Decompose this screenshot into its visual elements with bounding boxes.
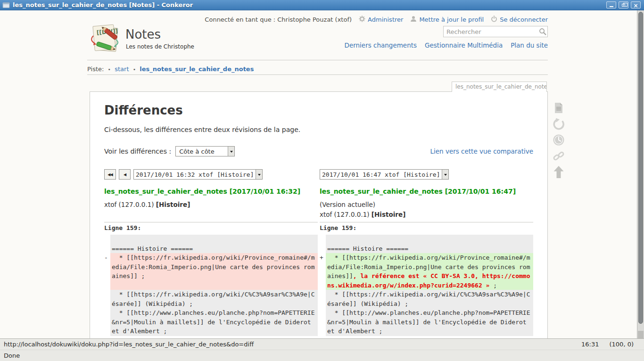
breadcrumb-item-start[interactable]: start [115,66,129,73]
diff-view-row: Voir les différences : Côte à côte Lien … [104,146,533,156]
breadcrumb: Piste: • start • les_notes_sur_le_cahier… [87,66,548,73]
breadcrumb-separator: • [133,66,136,73]
left-deleted-text: * [[https://fr.wikipedia.org/wiki/Provin… [110,253,318,290]
revision-nav-row: ◀◀ ◀ 2017/10/01 16:32 xtof [Histoire] 20… [104,169,533,180]
diff-intro: Ci-dessous, les différences entre deux r… [104,126,533,133]
right-author: xtof (127.0.0.1) [320,211,372,218]
previous-revision-button[interactable]: ◀ [119,169,131,180]
scrollbar-track-end [638,331,644,338]
right-context-before: ====== Histoire ====== [326,235,533,253]
deleted-marker: - [104,253,110,290]
gear-icon [359,16,365,24]
clock-icon [553,134,565,148]
status-url: http://localhost/dokuwiki/doku.php?id=le… [4,341,581,348]
window-titlebar: les_notes_sur_le_cahier_de_notes [Notes]… [0,0,644,10]
dokuwiki-logo[interactable]: [[DW]] [88,24,123,55]
right-history-label: [Histoire] [372,211,405,218]
right-revision-select[interactable]: 2017/10/01 16:47 xtof [Histoire] [320,169,449,180]
diff-gutter [320,235,326,253]
divider [87,60,548,60]
view-differences-label: Voir les différences : [104,148,171,155]
right-context-after: * [[https://fr.wikipedia.org/wiki/C%C3%A… [326,290,533,336]
admin-link[interactable]: Administrer [359,16,403,24]
backlinks-button[interactable] [553,151,565,163]
diff-right-header: les_notes_sur_le_cahier_de_notes [2017/1… [320,186,533,222]
search-icon[interactable] [538,28,547,35]
left-context-after: * [[https://fr.wikipedia.org/wiki/C%C3%A… [110,290,318,336]
diff-view-select-value: Côte à côte [176,148,228,155]
sitemap-link[interactable]: Plan du site [511,41,548,49]
left-revision-select[interactable]: 2017/10/01 16:32 xtof [Histoire] [133,169,263,180]
scrollbar-thumb[interactable] [638,12,643,324]
left-revision-select-value: 2017/10/01 16:32 xtof [Histoire] [134,171,256,178]
diff-row: ====== Histoire ====== [104,235,318,253]
inserted-tail: ; [489,282,497,289]
logout-link[interactable]: Se déconnecter [491,16,548,24]
breadcrumb-item-current[interactable]: les_notes_sur_le_cahier_de_notes [140,66,254,73]
left-history-label: [Histoire] [156,201,190,208]
back-to-top-button[interactable] [553,167,565,179]
right-current-note: (Version actuelle) [320,201,533,208]
minimize-button[interactable] [606,1,616,8]
minibuffer-url-row: http://localhost/dokuwiki/doku.php?id=le… [0,339,644,350]
diff-row: * [[https://fr.wikipedia.org/wiki/C%C3%A… [320,290,533,336]
diff-row-deleted: - * [[https://fr.wikipedia.org/wiki/Prov… [104,253,318,290]
status-clock: 16:31 [581,341,599,348]
diff-view-select[interactable]: Côte à côte [175,146,235,156]
page-name-tab: les_notes_sur_le_cahier_de_notes [452,82,547,92]
old-revisions-button[interactable] [553,135,565,147]
inserted-changed-part: , la référence est « CC BY-SA 3.0, https… [327,272,530,289]
left-line-label: Ligne 159: [104,222,318,235]
diff-left-header: les_notes_sur_le_cahier_de_notes [2017/1… [104,186,318,222]
window-controls [606,1,641,8]
right-line-label: Ligne 159: [320,222,533,235]
site-tools: Derniers changements Gestionnaire Multim… [345,41,548,49]
content-card: Différences Ci-dessous, les différences … [90,91,548,338]
inserted-marker: + [320,253,326,290]
recent-changes-link[interactable]: Derniers changements [345,41,417,49]
user-bar: Connecté en tant que : Christophe Pouzat… [205,16,548,24]
diff-gutter [104,290,110,336]
diff-gutter [104,235,110,253]
diff-row-inserted: + * [[https://fr.wikipedia.org/wiki/Prov… [320,253,533,290]
diff-gutter [320,290,326,336]
status-message: Done [4,352,20,359]
page-title: Différences [104,103,533,117]
power-icon [491,16,497,24]
minibuffer-message-row: Done [0,350,644,361]
link-icon [553,150,565,164]
search-box [443,26,548,37]
right-revision-meta: xtof (127.0.0.1) [Histoire] [320,211,533,218]
user-icon [410,16,417,24]
compare-view-link[interactable]: Lien vers cette vue comparative [430,148,534,155]
update-profile-link[interactable]: Mettre à jour le profil [410,16,484,24]
revert-icon [553,118,565,132]
breadcrumb-separator: • [108,66,111,73]
revert-button[interactable] [553,119,565,131]
site-title[interactable]: Notes [125,27,161,41]
revision-nav-left: ◀◀ ◀ 2017/10/01 16:32 xtof [Histoire] [104,169,318,180]
page-icon [553,102,564,115]
page-tools-sidebar [552,103,565,179]
window-icon [2,2,10,8]
media-manager-link[interactable]: Gestionnaire Multimédia [425,41,503,49]
restore-icon [622,4,625,7]
search-input[interactable] [444,28,538,35]
chevron-down-icon [442,170,448,179]
show-page-button[interactable] [553,103,565,115]
right-revision-link[interactable]: les_notes_sur_le_cahier_de_notes [2017/1… [320,188,516,195]
left-revision-link[interactable]: les_notes_sur_le_cahier_de_notes [2017/1… [104,188,300,195]
diff-row: ====== Histoire ====== [320,235,533,253]
revision-nav-right: 2017/10/01 16:47 xtof [Histoire] [320,169,533,180]
logged-in-text: Connecté en tant que : Christophe Pouzat… [205,16,352,23]
scrollbar[interactable] [637,10,644,338]
oldest-revision-button[interactable]: ◀◀ [104,169,116,180]
browser-viewport: Connecté en tant que : Christophe Pouzat… [0,10,644,338]
right-revision-select-value: 2017/10/01 16:47 xtof [Histoire] [320,171,442,178]
close-button[interactable] [631,1,641,8]
left-author: xtof (127.0.0.1) [104,201,156,208]
update-profile-link-label: Mettre à jour le profil [419,16,484,23]
minimize-icon [610,6,613,7]
restore-button[interactable] [619,1,628,8]
chevron-down-icon [256,170,262,179]
